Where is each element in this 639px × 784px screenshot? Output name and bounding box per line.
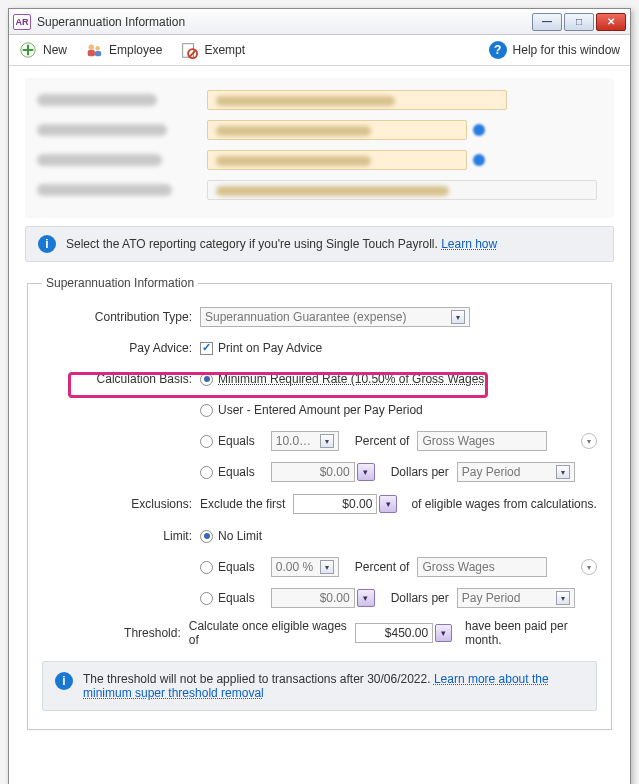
limit-equals-dollars-value[interactable]: $0.00 xyxy=(271,588,355,608)
dollars-per-label: Dollars per xyxy=(391,465,449,479)
exempt-icon xyxy=(180,41,198,59)
calculation-basis-label: Calculation Basis: xyxy=(42,372,192,386)
calc-equals-pct-value[interactable]: 10.0…▾ xyxy=(271,431,339,451)
chevron-down-icon: ▾ xyxy=(320,434,334,448)
calc-basis-equals-dollars-radio[interactable] xyxy=(200,466,213,479)
print-on-pay-advice-text: Print on Pay Advice xyxy=(218,341,322,355)
limit-nolimit-text: No Limit xyxy=(218,529,262,543)
chevron-down-icon: ▾ xyxy=(556,465,570,479)
calc-basis-equals-dollars-text: Equals xyxy=(218,465,255,479)
chevron-down-icon: ▾ xyxy=(451,310,465,324)
limit-nolimit-radio[interactable] xyxy=(200,530,213,543)
svg-rect-4 xyxy=(95,51,101,56)
maximize-button[interactable]: □ xyxy=(564,13,594,31)
pay-advice-label: Pay Advice: xyxy=(42,341,192,355)
window: AR Superannuation Information — □ ✕ New … xyxy=(8,8,631,784)
threshold-suffix: have been paid per month. xyxy=(465,619,597,647)
dropdown-glyph-icon[interactable]: ▾ xyxy=(581,559,597,575)
stepper-icon[interactable]: ▾ xyxy=(435,624,452,642)
info-icon: i xyxy=(38,235,56,253)
ato-info-banner: i Select the ATO reporting category if y… xyxy=(25,226,614,262)
plus-icon xyxy=(19,41,37,59)
ato-info-text: Select the ATO reporting category if you… xyxy=(66,237,497,251)
svg-point-3 xyxy=(95,46,100,51)
help-link[interactable]: ? Help for this window xyxy=(489,41,620,59)
calc-basis-user-entered-text: User - Entered Amount per Pay Period xyxy=(218,403,423,417)
calc-basis-equals-pct-text: Equals xyxy=(218,434,255,448)
info-icon: i xyxy=(55,672,73,690)
chevron-down-icon: ▾ xyxy=(556,591,570,605)
print-on-pay-advice-checkbox[interactable] xyxy=(200,342,213,355)
super-info-section: Superannuation Information Contribution … xyxy=(27,276,612,730)
exempt-button[interactable]: Exempt xyxy=(180,41,245,59)
svg-point-1 xyxy=(89,45,94,50)
ato-learn-how-link[interactable]: Learn how xyxy=(441,237,497,251)
calc-basis-user-entered-radio[interactable] xyxy=(200,404,213,417)
stepper-icon[interactable]: ▾ xyxy=(379,495,397,513)
section-legend: Superannuation Information xyxy=(42,276,198,290)
contribution-type-label: Contribution Type: xyxy=(42,310,192,324)
body: i Select the ATO reporting category if y… xyxy=(9,66,630,784)
limit-equals-pct-value[interactable]: 0.00 %▾ xyxy=(271,557,339,577)
threshold-info-text: The threshold will not be applied to tra… xyxy=(83,672,434,686)
limit-label: Limit: xyxy=(42,529,192,543)
help-icon: ? xyxy=(489,41,507,59)
calc-dollars-per-select[interactable]: Pay Period▾ xyxy=(457,462,575,482)
exempt-label: Exempt xyxy=(204,43,245,57)
titlebar: AR Superannuation Information — □ ✕ xyxy=(9,9,630,35)
new-label: New xyxy=(43,43,67,57)
percent-of-label: Percent of xyxy=(355,434,410,448)
calc-basis-equals-pct-radio[interactable] xyxy=(200,435,213,448)
calc-percent-of-select[interactable]: Gross Wages xyxy=(417,431,547,451)
close-button[interactable]: ✕ xyxy=(596,13,626,31)
chevron-down-icon: ▾ xyxy=(320,560,334,574)
calc-basis-min-rate-radio[interactable] xyxy=(200,373,213,386)
help-label: Help for this window xyxy=(513,43,620,57)
exclusions-amount-input[interactable]: $0.00 xyxy=(293,494,377,514)
new-button[interactable]: New xyxy=(19,41,67,59)
limit-equals-dollars-radio[interactable] xyxy=(200,592,213,605)
limit-equals-pct-radio[interactable] xyxy=(200,561,213,574)
threshold-amount-input[interactable]: $450.00 xyxy=(355,623,433,643)
contribution-type-select[interactable]: Superannuation Guarantee (expense)▾ xyxy=(200,307,470,327)
stepper-icon[interactable]: ▾ xyxy=(357,463,375,481)
dropdown-glyph-icon[interactable]: ▾ xyxy=(581,433,597,449)
minimize-button[interactable]: — xyxy=(532,13,562,31)
employee-icon xyxy=(85,41,103,59)
blurred-config xyxy=(25,78,614,218)
limit-dollars-per-select[interactable]: Pay Period▾ xyxy=(457,588,575,608)
threshold-prefix: Calculate once eligible wages of xyxy=(189,619,348,647)
toolbar: New Employee Exempt ? Help for this wind… xyxy=(9,35,630,66)
svg-rect-2 xyxy=(88,50,95,56)
threshold-info-banner: i The threshold will not be applied to t… xyxy=(42,661,597,711)
limit-percent-of-select[interactable]: Gross Wages xyxy=(417,557,547,577)
exclusions-prefix: Exclude the first xyxy=(200,497,285,511)
exclusions-suffix: of eligible wages from calculations. xyxy=(411,497,596,511)
calc-equals-dollars-value[interactable]: $0.00 xyxy=(271,462,355,482)
exclusions-label: Exclusions: xyxy=(42,497,192,511)
calc-basis-min-rate-text: Minimum Required Rate (10.50% of Gross W… xyxy=(218,372,488,386)
employee-label: Employee xyxy=(109,43,162,57)
stepper-icon[interactable]: ▾ xyxy=(357,589,375,607)
window-title: Superannuation Information xyxy=(37,15,532,29)
threshold-label: Threshold: xyxy=(42,626,181,640)
app-badge: AR xyxy=(13,14,31,30)
employee-button[interactable]: Employee xyxy=(85,41,162,59)
